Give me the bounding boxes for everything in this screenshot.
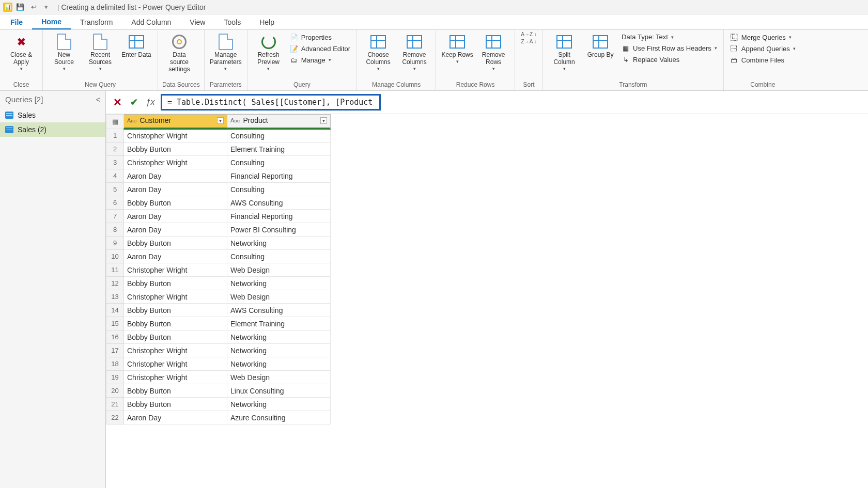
cancel-formula-button[interactable]: ✕ [111,96,123,108]
cell-product[interactable]: AWS Consulting [227,304,331,317]
first-row-headers-button[interactable]: ▦Use First Row as Headers [619,43,719,53]
cell-product[interactable]: Networking [227,398,331,411]
accept-formula-button[interactable]: ✔ [128,96,140,108]
table-row[interactable]: 9Bobby BurtonNetworking [106,237,331,250]
table-row[interactable]: 17Christopher WrightNetworking [106,344,331,357]
row-number[interactable]: 16 [106,330,124,344]
replace-values-button[interactable]: ↳Replace Values [619,54,719,65]
row-number[interactable]: 19 [106,371,124,384]
cell-product[interactable]: Consulting [227,156,331,169]
cell-product[interactable]: Element Training [227,143,331,156]
query-item[interactable]: Sales (2) [0,122,105,137]
row-number[interactable]: 1 [106,129,124,143]
row-number[interactable]: 21 [106,398,124,411]
cell-product[interactable]: Web Design [227,290,331,304]
row-number[interactable]: 12 [106,277,124,290]
cell-customer[interactable]: Aaron Day [124,183,227,196]
table-row[interactable]: 7Aaron DayFinancial Reporting [106,210,331,223]
row-number[interactable]: 18 [106,357,124,371]
table-row[interactable]: 4Aaron DayFinancial Reporting [106,169,331,183]
cell-customer[interactable]: Bobby Burton [124,384,227,398]
recent-sources-button[interactable]: Recent Sources [83,32,117,72]
cell-product[interactable]: Networking [227,237,331,250]
row-number[interactable]: 9 [106,237,124,250]
cell-customer[interactable]: Bobby Burton [124,143,227,156]
table-row[interactable]: 13Christopher WrightWeb Design [106,290,331,304]
cell-product[interactable]: Web Design [227,263,331,277]
row-number[interactable]: 7 [106,210,124,223]
cell-customer[interactable]: Christopher Wright [124,357,227,371]
table-row[interactable]: 18Christopher WrightNetworking [106,357,331,371]
row-number[interactable]: 14 [106,304,124,317]
new-source-button[interactable]: New Source [47,32,81,72]
combine-files-button[interactable]: 🗃Combine Files [728,55,798,65]
table-row[interactable]: 2Bobby BurtonElement Training [106,143,331,156]
formula-input[interactable] [162,96,379,109]
cell-customer[interactable]: Bobby Burton [124,304,227,317]
cell-customer[interactable]: Christopher Wright [124,156,227,169]
table-row[interactable]: 11Christopher WrightWeb Design [106,263,331,277]
table-row[interactable]: 12Bobby BurtonNetworking [106,277,331,290]
table-row[interactable]: 1Christopher WrightConsulting [106,129,331,143]
cell-customer[interactable]: Aaron Day [124,210,227,223]
cell-customer[interactable]: Bobby Burton [124,277,227,290]
group-by-button[interactable]: Group By [583,32,617,60]
cell-product[interactable]: AWS Consulting [227,196,331,210]
table-row[interactable]: 16Bobby BurtonNetworking [106,330,331,344]
cell-product[interactable]: Linux Consulting [227,384,331,398]
row-number[interactable]: 4 [106,169,124,183]
cell-customer[interactable]: Bobby Burton [124,237,227,250]
tab-transform[interactable]: Transform [71,14,122,29]
table-row[interactable]: 5Aaron DayConsulting [106,183,331,196]
cell-product[interactable]: Networking [227,357,331,371]
table-row[interactable]: 3Christopher WrightConsulting [106,156,331,169]
sort-desc-button[interactable]: Z→A ↓ [521,39,537,44]
cell-customer[interactable]: Bobby Burton [124,317,227,330]
append-queries-button[interactable]: ⿱Append Queries [728,43,798,54]
cell-customer[interactable]: Christopher Wright [124,263,227,277]
table-row[interactable]: 19Christopher WrightWeb Design [106,371,331,384]
cell-product[interactable]: Financial Reporting [227,169,331,183]
table-row[interactable]: 22Aaron DayAzure Consulting [106,411,331,424]
row-number[interactable]: 3 [106,156,124,169]
table-row[interactable]: 14Bobby BurtonAWS Consulting [106,304,331,317]
sort-asc-button[interactable]: A→Z ↓ [521,32,537,37]
cell-customer[interactable]: Bobby Burton [124,196,227,210]
cell-product[interactable]: Power BI Consulting [227,223,331,237]
keep-rows-button[interactable]: Keep Rows [440,32,474,65]
table-row[interactable]: 8Aaron DayPower BI Consulting [106,223,331,237]
row-number[interactable]: 20 [106,384,124,398]
tab-help[interactable]: Help [250,14,284,29]
refresh-preview-button[interactable]: Refresh Preview [252,32,286,72]
table-row[interactable]: 10Aaron DayConsulting [106,250,331,263]
row-number[interactable]: 22 [106,411,124,424]
save-icon[interactable]: 💾 [16,3,25,12]
row-number[interactable]: 11 [106,263,124,277]
undo-icon[interactable]: ↩ [29,3,38,12]
merge-queries-button[interactable]: ⿺Merge Queries [728,32,798,42]
filter-icon[interactable]: ▾ [320,117,327,124]
cell-product[interactable]: Networking [227,344,331,357]
row-number[interactable]: 6 [106,196,124,210]
cell-customer[interactable]: Christopher Wright [124,290,227,304]
tab-home[interactable]: Home [32,14,71,29]
cell-customer[interactable]: Aaron Day [124,223,227,237]
tab-add-column[interactable]: Add Column [122,14,180,29]
data-type-button[interactable]: Data Type: Text [619,32,719,42]
column-header-customer[interactable]: ABCCustomer▾ [124,115,227,129]
cell-customer[interactable]: Christopher Wright [124,371,227,384]
cell-customer[interactable]: Bobby Burton [124,398,227,411]
enter-data-button[interactable]: Enter Data [119,32,153,60]
remove-columns-button[interactable]: Remove Columns [397,32,431,72]
cell-customer[interactable]: Christopher Wright [124,129,227,143]
column-header-product[interactable]: ABCProduct▾ [227,115,331,129]
filter-icon[interactable]: ▾ [217,117,224,124]
remove-rows-button[interactable]: Remove Rows [476,32,510,72]
collapse-pane-icon[interactable]: < [96,96,100,104]
cell-product[interactable]: Consulting [227,250,331,263]
tab-file[interactable]: File [1,14,32,29]
cell-customer[interactable]: Christopher Wright [124,344,227,357]
cell-product[interactable]: Element Training [227,317,331,330]
tab-tools[interactable]: Tools [214,14,250,29]
cell-product[interactable]: Networking [227,277,331,290]
